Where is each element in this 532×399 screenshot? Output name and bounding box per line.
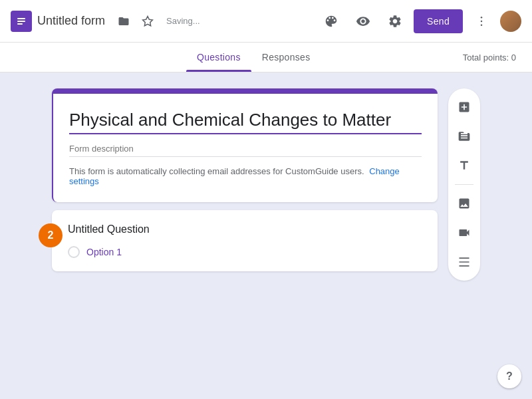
svg-point-7 [481,24,483,26]
form-title-input[interactable] [69,110,422,134]
svg-rect-2 [17,21,25,22]
add-video-button[interactable] [451,219,477,246]
svg-point-5 [481,16,483,18]
radio-circle [68,246,80,258]
question-number-badge: 2 [39,223,63,247]
form-area: This form is automatically collecting em… [52,88,438,380]
tab-responses[interactable]: Responses [251,43,321,72]
folder-icon-button[interactable] [113,11,134,32]
settings-button[interactable] [382,8,408,35]
form-title-header: Untitled form [37,14,105,28]
question-title: Untitled Question [68,223,422,235]
customize-theme-button[interactable] [318,8,344,35]
right-toolbar [448,88,480,281]
header-file-icons [113,11,158,32]
tabs-bar: Questions Responses Total points: 0 [0,43,532,72]
svg-marker-4 [143,16,153,25]
import-questions-button[interactable] [451,123,477,150]
header: Untitled form Saving... [0,0,532,43]
saving-status: Saving... [166,16,200,26]
user-avatar[interactable] [500,11,521,32]
add-title-button[interactable] [451,152,477,179]
question-card: 2 Untitled Question Option 1 [52,210,438,271]
form-header-card: This form is automatically collecting em… [52,88,438,202]
form-description-input[interactable] [69,144,422,157]
add-section-button[interactable] [451,249,477,275]
more-options-button[interactable] [468,8,495,35]
svg-point-6 [481,20,483,22]
preview-button[interactable] [350,8,376,35]
send-button[interactable]: Send [414,9,463,33]
tab-questions[interactable]: Questions [186,43,251,72]
main-content: This form is automatically collecting em… [0,72,532,396]
email-notice-text: This form is automatically collecting em… [69,166,364,176]
header-right-actions: Send [318,8,521,35]
add-question-button[interactable] [451,94,477,120]
total-points-label: Total points: 0 [463,53,516,63]
help-button[interactable]: ? [497,364,521,388]
option-label: Option 1 [86,247,122,257]
option-row: Option 1 [68,246,422,258]
star-icon-button[interactable] [137,11,158,32]
svg-rect-3 [17,23,23,25]
svg-rect-1 [17,18,25,19]
add-image-button[interactable] [451,190,477,217]
email-notice: This form is automatically collecting em… [69,166,422,186]
toolbar-divider-1 [455,184,473,185]
app-logo [11,11,32,32]
